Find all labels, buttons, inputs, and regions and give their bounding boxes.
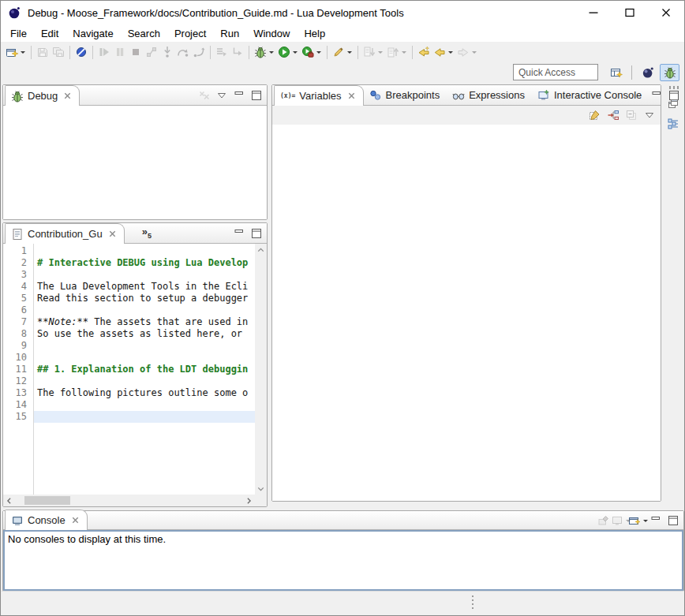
code-line[interactable] (34, 411, 255, 423)
tab-contribution-gu[interactable]: Contribution_Gu (5, 223, 125, 244)
code-line[interactable] (34, 375, 255, 387)
perspective-debug-button[interactable] (660, 64, 679, 81)
tab-console[interactable]: Console (5, 510, 88, 530)
view-menu-button[interactable] (214, 88, 229, 103)
new-wizard-button[interactable] (4, 43, 28, 61)
minimize-view-icon (649, 514, 662, 527)
minimize-view-button[interactable] (648, 513, 663, 528)
debug-button[interactable] (253, 43, 276, 61)
tab-label: Interactive Console (554, 89, 642, 101)
breakpoints-icon (369, 89, 382, 102)
more-editors-button[interactable]: »5 (142, 226, 152, 240)
line-number: 5 (3, 293, 33, 304)
scroll-left-icon[interactable] (4, 495, 14, 506)
use-step-filters-icon (215, 46, 228, 58)
menu-help[interactable]: Help (297, 26, 332, 41)
outline-view-button[interactable] (665, 116, 680, 131)
tab-variables[interactable]: (x)=Variables (274, 85, 364, 106)
variables-view-content[interactable] (272, 125, 661, 501)
dropdown-arrow-icon[interactable] (347, 51, 352, 56)
debug-view-content[interactable] (3, 106, 267, 219)
toolbar-separator (412, 46, 413, 59)
dropdown-arrow-icon[interactable] (448, 51, 453, 56)
back-button[interactable] (432, 43, 455, 61)
code-line[interactable]: The following pictures outline some o (34, 387, 255, 399)
skip-all-breakpoints-button[interactable] (73, 43, 89, 61)
menu-run[interactable]: Run (213, 26, 246, 41)
close-icon[interactable] (108, 230, 117, 238)
code-line[interactable]: Read this section to setup a debugger (34, 293, 255, 304)
restore-views-button[interactable] (665, 96, 680, 111)
show-logical-structure-button[interactable] (605, 108, 620, 123)
code-line[interactable] (34, 269, 255, 281)
win-maximize-button[interactable] (612, 1, 648, 24)
maximize-view-button[interactable] (249, 88, 264, 103)
scroll-right-icon[interactable] (244, 495, 254, 506)
code-line[interactable] (34, 399, 255, 411)
code-line[interactable] (34, 340, 255, 352)
last-edit-location-button[interactable] (416, 43, 432, 61)
show-type-names-icon (589, 109, 601, 121)
code-line[interactable]: # Interactive DEBUG using Lua Develop (34, 257, 255, 269)
maximize-view-button[interactable] (665, 513, 680, 528)
dropdown-arrow-icon[interactable] (643, 520, 648, 525)
code-line[interactable] (34, 304, 255, 316)
pin-console-icon (597, 514, 610, 527)
dropdown-arrow-icon[interactable] (269, 51, 274, 56)
step-return-button (191, 43, 207, 61)
win-minimize-button[interactable] (575, 1, 612, 24)
run-button[interactable] (276, 43, 300, 61)
dropdown-arrow-icon[interactable] (293, 51, 298, 56)
external-tools-button[interactable] (300, 43, 324, 61)
menu-file[interactable]: File (3, 26, 34, 41)
close-icon[interactable] (71, 516, 80, 525)
menu-navigate[interactable]: Navigate (66, 26, 120, 41)
tab-expressions[interactable]: Expressions (447, 85, 532, 105)
open-perspective-button[interactable] (606, 64, 626, 81)
view-menu-button[interactable] (642, 108, 657, 123)
status-drag-handle[interactable] (472, 595, 474, 610)
marker-pen-button[interactable] (331, 43, 354, 61)
editor-vertical-scrollbar[interactable] (255, 244, 267, 495)
status-bar (2, 591, 683, 614)
outline-view-icon (667, 118, 679, 130)
menu-search[interactable]: Search (121, 26, 167, 41)
code-line[interactable]: So use the assets as listed here, or (34, 328, 255, 340)
editor-content[interactable]: 123456789101112131415 # Interactive DEBU… (3, 244, 267, 506)
code-line[interactable]: ## 1. Explanation of the LDT debuggin (34, 364, 255, 375)
minimize-view-button[interactable] (649, 88, 664, 103)
perspective-lua-button[interactable] (638, 64, 657, 81)
console-view-content[interactable]: No consoles to display at this time. (3, 530, 683, 591)
scrollbar-thumb[interactable] (24, 496, 70, 505)
tab-label: Breakpoints (386, 89, 440, 101)
tab-debug[interactable]: Debug (5, 85, 80, 106)
close-icon[interactable] (63, 91, 72, 100)
menu-edit[interactable]: Edit (34, 26, 66, 41)
scroll-down-icon[interactable] (256, 483, 266, 494)
tab-breakpoints[interactable]: Breakpoints (364, 85, 447, 105)
close-icon[interactable] (347, 91, 356, 100)
show-type-names-button[interactable] (587, 108, 602, 123)
dropdown-arrow-icon[interactable] (316, 51, 321, 56)
minimize-view-button[interactable] (231, 226, 246, 241)
scroll-up-icon[interactable] (256, 245, 266, 255)
menu-window[interactable]: Window (246, 26, 297, 41)
code-line[interactable] (34, 352, 255, 364)
maximize-view-button[interactable] (249, 226, 264, 241)
code-line[interactable] (34, 245, 255, 257)
save-all-button (51, 43, 66, 61)
drag-handle[interactable] (669, 86, 680, 89)
win-close-button[interactable] (648, 1, 684, 24)
code-line[interactable]: The Lua Development Tools in the Ecli (34, 281, 255, 293)
dropdown-arrow-icon[interactable] (21, 51, 25, 56)
tab-interactive-console[interactable]: Interactive Console (532, 85, 649, 105)
suspend-button (112, 43, 128, 61)
minimize-view-button[interactable] (231, 88, 246, 103)
code-area[interactable]: # Interactive DEBUG using Lua DevelopThe… (34, 244, 255, 495)
menu-project[interactable]: Project (167, 26, 213, 41)
code-line[interactable]: **Note:** The assets that are used in (34, 316, 255, 328)
variables-view-toolbar (272, 106, 661, 125)
editor-horizontal-scrollbar[interactable] (3, 495, 255, 506)
quick-access-input[interactable] (513, 64, 598, 80)
open-console-button[interactable] (631, 513, 646, 528)
